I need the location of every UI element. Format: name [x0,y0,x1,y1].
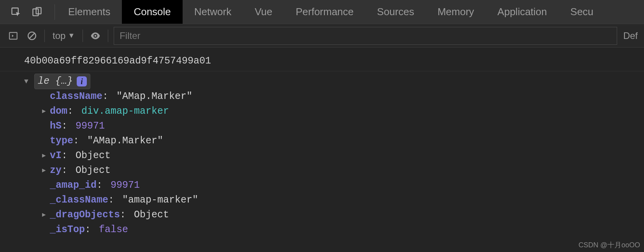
expand-arrow-icon[interactable]: ▶ [42,148,50,163]
separator [44,30,45,42]
expand-arrow-icon[interactable]: ▶ [42,104,50,119]
tab-console[interactable]: Console [122,0,182,24]
console-toolbar: top ▼ Def [0,24,644,48]
tab-memory[interactable]: Memory [426,0,486,24]
prop-dom[interactable]: ▶ dom: div.amap-marker [42,104,644,119]
separator [55,4,55,20]
console-log-line[interactable]: 40b00a69ff82966169ad9f4757499a01 [0,51,644,71]
inspect-element-icon[interactable] [5,0,26,24]
expand-arrow-icon[interactable]: ▶ [42,208,50,222]
tab-performance[interactable]: Performance [284,0,365,24]
prop-dragObjects[interactable]: ▶ _dragObjects: Object [42,208,644,222]
object-preview[interactable]: le {…} i [34,74,90,89]
tabs: Elements Console Network Vue Performance… [56,0,605,24]
separator [108,30,108,42]
prop-zy[interactable]: ▶ zy: Object [42,163,644,178]
expand-toggle-icon[interactable]: ▼ [24,74,31,89]
chevron-down-icon: ▼ [68,32,75,40]
prop-amap-id[interactable]: _amap_id: 99971 [42,178,644,193]
tab-network[interactable]: Network [183,0,243,24]
filter-input[interactable] [114,27,617,45]
clear-console-icon[interactable] [23,26,41,45]
tab-sources[interactable]: Sources [365,0,426,24]
console-object: ▼ le {…} i className: "AMap.Marker" ▶ do… [0,71,644,237]
tabbar-icon-group [0,0,53,24]
object-header[interactable]: ▼ le {…} i [24,74,644,89]
svg-line-5 [30,33,35,38]
tab-elements[interactable]: Elements [56,0,122,24]
tab-vue[interactable]: Vue [243,0,284,24]
object-name: le {…} [38,74,73,89]
expand-arrow-icon[interactable]: ▶ [42,163,50,178]
devtools-tabbar: Elements Console Network Vue Performance… [0,0,644,24]
console-output: 40b00a69ff82966169ad9f4757499a01 ▼ le {…… [0,48,644,237]
prop-className[interactable]: className: "AMap.Marker" [42,89,644,104]
tab-application[interactable]: Application [486,0,559,24]
prop-vI[interactable]: ▶ vI: Object [42,148,644,163]
execution-context-selector[interactable]: top ▼ [48,30,79,41]
prop-type[interactable]: type: "AMap.Marker" [42,134,644,148]
prop-_className[interactable]: _className: "amap-marker" [42,193,644,208]
prop-hS[interactable]: hS: 99971 [42,119,644,134]
live-expression-icon[interactable] [86,26,105,45]
svg-point-6 [95,35,97,37]
info-badge-icon[interactable]: i [77,76,87,86]
separator [83,30,83,42]
toggle-device-icon[interactable] [26,0,48,24]
context-label: top [53,30,65,41]
log-levels-label[interactable]: Def [621,30,640,41]
watermark: CSDN @十月ooOO [579,240,640,250]
prop-isTop[interactable]: _isTop: false [42,222,644,237]
object-properties: className: "AMap.Marker" ▶ dom: div.amap… [24,89,644,237]
tab-security[interactable]: Secu [559,0,605,24]
toggle-sidebar-icon[interactable] [4,26,23,45]
